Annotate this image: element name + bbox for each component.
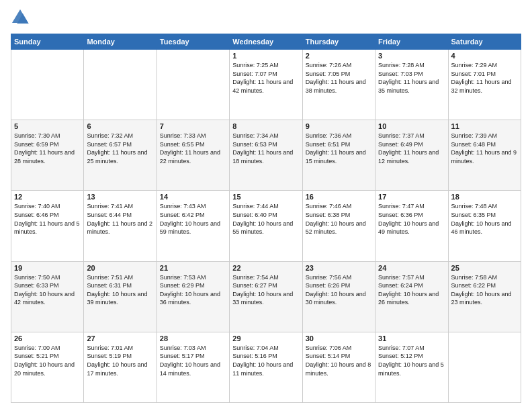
logo-icon bbox=[11, 8, 30, 27]
day-number: 5 bbox=[14, 122, 81, 130]
day-cell: 27Sunrise: 7:01 AM Sunset: 5:19 PM Dayli… bbox=[84, 332, 157, 402]
day-cell: 17Sunrise: 7:47 AM Sunset: 6:36 PM Dayli… bbox=[375, 191, 448, 261]
day-info: Sunrise: 7:44 AM Sunset: 6:40 PM Dayligh… bbox=[232, 202, 299, 236]
day-info: Sunrise: 7:32 AM Sunset: 6:57 PM Dayligh… bbox=[87, 132, 153, 165]
week-row-4: 19Sunrise: 7:50 AM Sunset: 6:33 PM Dayli… bbox=[11, 261, 521, 332]
day-info: Sunrise: 7:26 AM Sunset: 7:05 PM Dayligh… bbox=[306, 61, 372, 95]
day-number: 29 bbox=[232, 334, 299, 342]
day-info: Sunrise: 7:43 AM Sunset: 6:42 PM Dayligh… bbox=[160, 202, 226, 236]
day-number: 10 bbox=[378, 122, 445, 130]
day-cell: 29Sunrise: 7:04 AM Sunset: 5:16 PM Dayli… bbox=[230, 332, 302, 402]
day-cell bbox=[11, 50, 84, 120]
day-info: Sunrise: 7:58 AM Sunset: 6:22 PM Dayligh… bbox=[451, 273, 518, 307]
day-number: 13 bbox=[87, 193, 153, 201]
week-row-5: 26Sunrise: 7:00 AM Sunset: 5:21 PM Dayli… bbox=[11, 332, 521, 402]
day-info: Sunrise: 7:34 AM Sunset: 6:53 PM Dayligh… bbox=[232, 132, 299, 165]
day-number: 18 bbox=[451, 193, 518, 201]
day-info: Sunrise: 7:48 AM Sunset: 6:35 PM Dayligh… bbox=[451, 202, 518, 236]
day-number: 19 bbox=[14, 264, 81, 272]
day-cell: 28Sunrise: 7:03 AM Sunset: 5:17 PM Dayli… bbox=[157, 332, 229, 402]
col-header-sunday: Sunday bbox=[11, 34, 84, 50]
week-row-2: 5Sunrise: 7:30 AM Sunset: 6:59 PM Daylig… bbox=[11, 120, 521, 191]
day-cell: 4Sunrise: 7:29 AM Sunset: 7:01 PM Daylig… bbox=[448, 50, 521, 120]
day-number: 21 bbox=[160, 264, 226, 272]
day-number: 15 bbox=[232, 193, 299, 201]
day-info: Sunrise: 7:40 AM Sunset: 6:46 PM Dayligh… bbox=[14, 202, 81, 236]
day-cell bbox=[448, 332, 521, 402]
day-cell: 19Sunrise: 7:50 AM Sunset: 6:33 PM Dayli… bbox=[11, 261, 84, 332]
day-cell: 13Sunrise: 7:41 AM Sunset: 6:44 PM Dayli… bbox=[84, 191, 157, 261]
day-cell: 18Sunrise: 7:48 AM Sunset: 6:35 PM Dayli… bbox=[448, 191, 521, 261]
day-cell bbox=[84, 50, 157, 120]
day-number: 1 bbox=[232, 52, 299, 60]
day-info: Sunrise: 7:46 AM Sunset: 6:38 PM Dayligh… bbox=[306, 202, 372, 236]
day-cell: 1Sunrise: 7:25 AM Sunset: 7:07 PM Daylig… bbox=[230, 50, 302, 120]
day-info: Sunrise: 7:25 AM Sunset: 7:07 PM Dayligh… bbox=[232, 61, 299, 95]
col-header-thursday: Thursday bbox=[302, 34, 375, 50]
col-header-monday: Monday bbox=[84, 34, 157, 50]
day-number: 30 bbox=[306, 334, 372, 342]
day-cell bbox=[157, 50, 229, 120]
day-number: 4 bbox=[451, 52, 518, 60]
day-info: Sunrise: 7:03 AM Sunset: 5:17 PM Dayligh… bbox=[160, 344, 226, 377]
day-info: Sunrise: 7:51 AM Sunset: 6:31 PM Dayligh… bbox=[87, 273, 153, 307]
calendar-table: SundayMondayTuesdayWednesdayThursdayFrid… bbox=[11, 34, 521, 403]
day-cell: 22Sunrise: 7:54 AM Sunset: 6:27 PM Dayli… bbox=[230, 261, 302, 332]
day-number: 28 bbox=[160, 334, 226, 342]
day-cell: 12Sunrise: 7:40 AM Sunset: 6:46 PM Dayli… bbox=[11, 191, 84, 261]
day-info: Sunrise: 7:56 AM Sunset: 6:26 PM Dayligh… bbox=[306, 273, 372, 307]
day-number: 23 bbox=[306, 264, 372, 272]
day-number: 7 bbox=[160, 122, 226, 130]
day-number: 22 bbox=[232, 264, 299, 272]
day-number: 24 bbox=[378, 264, 445, 272]
day-number: 31 bbox=[378, 334, 445, 342]
day-info: Sunrise: 7:50 AM Sunset: 6:33 PM Dayligh… bbox=[14, 273, 81, 307]
day-number: 3 bbox=[378, 52, 445, 60]
day-number: 16 bbox=[306, 193, 372, 201]
day-info: Sunrise: 7:39 AM Sunset: 6:48 PM Dayligh… bbox=[451, 132, 518, 165]
day-info: Sunrise: 7:57 AM Sunset: 6:24 PM Dayligh… bbox=[378, 273, 445, 307]
day-info: Sunrise: 7:28 AM Sunset: 7:03 PM Dayligh… bbox=[378, 61, 445, 95]
day-number: 11 bbox=[451, 122, 518, 130]
day-cell: 20Sunrise: 7:51 AM Sunset: 6:31 PM Dayli… bbox=[84, 261, 157, 332]
day-cell: 10Sunrise: 7:37 AM Sunset: 6:49 PM Dayli… bbox=[375, 120, 448, 191]
day-info: Sunrise: 7:54 AM Sunset: 6:27 PM Dayligh… bbox=[232, 273, 299, 307]
day-number: 8 bbox=[232, 122, 299, 130]
logo bbox=[11, 8, 32, 27]
day-cell: 11Sunrise: 7:39 AM Sunset: 6:48 PM Dayli… bbox=[448, 120, 521, 191]
page: SundayMondayTuesdayWednesdayThursdayFrid… bbox=[0, 0, 532, 411]
col-header-saturday: Saturday bbox=[448, 34, 521, 50]
day-info: Sunrise: 7:29 AM Sunset: 7:01 PM Dayligh… bbox=[451, 61, 518, 95]
day-cell: 3Sunrise: 7:28 AM Sunset: 7:03 PM Daylig… bbox=[375, 50, 448, 120]
week-row-3: 12Sunrise: 7:40 AM Sunset: 6:46 PM Dayli… bbox=[11, 191, 521, 261]
day-info: Sunrise: 7:01 AM Sunset: 5:19 PM Dayligh… bbox=[87, 344, 153, 377]
day-number: 9 bbox=[306, 122, 372, 130]
day-cell: 31Sunrise: 7:07 AM Sunset: 5:12 PM Dayli… bbox=[375, 332, 448, 402]
day-number: 14 bbox=[160, 193, 226, 201]
col-header-friday: Friday bbox=[375, 34, 448, 50]
day-info: Sunrise: 7:00 AM Sunset: 5:21 PM Dayligh… bbox=[14, 344, 81, 377]
day-number: 20 bbox=[87, 264, 153, 272]
day-cell: 9Sunrise: 7:36 AM Sunset: 6:51 PM Daylig… bbox=[302, 120, 375, 191]
day-cell: 5Sunrise: 7:30 AM Sunset: 6:59 PM Daylig… bbox=[11, 120, 84, 191]
day-info: Sunrise: 7:41 AM Sunset: 6:44 PM Dayligh… bbox=[87, 202, 153, 236]
col-header-tuesday: Tuesday bbox=[157, 34, 229, 50]
day-info: Sunrise: 7:33 AM Sunset: 6:55 PM Dayligh… bbox=[160, 132, 226, 165]
day-cell: 25Sunrise: 7:58 AM Sunset: 6:22 PM Dayli… bbox=[448, 261, 521, 332]
day-cell: 8Sunrise: 7:34 AM Sunset: 6:53 PM Daylig… bbox=[230, 120, 302, 191]
col-header-wednesday: Wednesday bbox=[230, 34, 302, 50]
day-cell: 21Sunrise: 7:53 AM Sunset: 6:29 PM Dayli… bbox=[157, 261, 229, 332]
day-info: Sunrise: 7:06 AM Sunset: 5:14 PM Dayligh… bbox=[306, 344, 372, 377]
day-cell: 15Sunrise: 7:44 AM Sunset: 6:40 PM Dayli… bbox=[230, 191, 302, 261]
day-cell: 23Sunrise: 7:56 AM Sunset: 6:26 PM Dayli… bbox=[302, 261, 375, 332]
day-info: Sunrise: 7:36 AM Sunset: 6:51 PM Dayligh… bbox=[306, 132, 372, 165]
day-number: 17 bbox=[378, 193, 445, 201]
day-number: 6 bbox=[87, 122, 153, 130]
day-cell: 30Sunrise: 7:06 AM Sunset: 5:14 PM Dayli… bbox=[302, 332, 375, 402]
day-cell: 16Sunrise: 7:46 AM Sunset: 6:38 PM Dayli… bbox=[302, 191, 375, 261]
day-info: Sunrise: 7:47 AM Sunset: 6:36 PM Dayligh… bbox=[378, 202, 445, 236]
header bbox=[11, 8, 521, 27]
day-cell: 7Sunrise: 7:33 AM Sunset: 6:55 PM Daylig… bbox=[157, 120, 229, 191]
day-cell: 24Sunrise: 7:57 AM Sunset: 6:24 PM Dayli… bbox=[375, 261, 448, 332]
day-info: Sunrise: 7:04 AM Sunset: 5:16 PM Dayligh… bbox=[232, 344, 299, 377]
